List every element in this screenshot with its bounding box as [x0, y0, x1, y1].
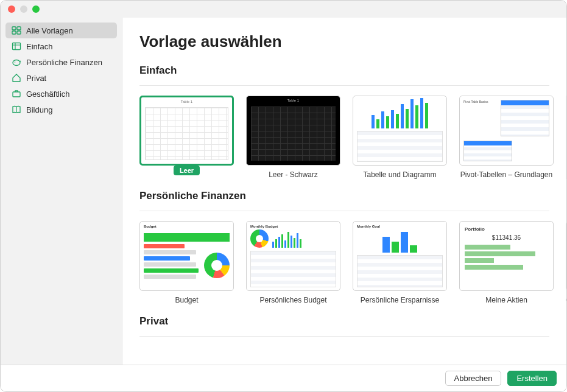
create-button[interactable]: Erstellen — [507, 371, 557, 386]
minimize-window-button[interactable] — [20, 5, 27, 13]
template-row-einfach: Table 1 Leer Table 1 Leer - Schwarz — [139, 96, 549, 179]
template-label: Leer — [174, 166, 200, 175]
template-thumbnail: Pivot Table Basics — [459, 96, 554, 166]
template-thumbnail: Portfolio $11341.36 — [459, 221, 554, 291]
sidebar-item-label: Geschäftlich — [26, 89, 70, 99]
template-chooser-window: Alle Vorlagen Einfach Persönliche Finanz… — [1, 1, 566, 391]
template-label: Budget — [175, 296, 198, 304]
sidebar-item-label: Bildung — [26, 105, 52, 114]
sidebar-item-label: Persönliche Finanzen — [26, 58, 102, 67]
cancel-button[interactable]: Abbrechen — [445, 371, 502, 386]
template-row-finanzen: Budget Budget Month — [139, 221, 549, 304]
svg-rect-2 — [12, 31, 16, 34]
briefcase-icon — [12, 89, 21, 99]
template-thumbnail: Monthly Budget — [246, 221, 340, 291]
template-thumbnail: Shared Expenses — [566, 221, 566, 291]
titlebar — [1, 1, 566, 18]
template-label: Pivot-Tabellen – Grundlagen — [460, 170, 552, 179]
content-area[interactable]: Vorlage auswählen Einfach Table 1 Leer T… — [122, 18, 566, 365]
sidebar-item-personal-finance[interactable]: Persönliche Finanzen — [5, 54, 117, 70]
table-icon — [12, 41, 21, 51]
template-thumbnail: Budget — [139, 221, 234, 291]
sidebar-item-label: Alle Vorlagen — [26, 26, 73, 35]
divider — [139, 336, 549, 337]
sidebar-item-label: Einfach — [26, 42, 52, 51]
svg-rect-9 — [13, 92, 20, 97]
template-label: Meine Aktien — [485, 296, 527, 304]
grid-icon — [12, 26, 21, 35]
divider — [139, 85, 549, 86]
template-leer-schwarz[interactable]: Table 1 Leer - Schwarz — [246, 96, 340, 179]
sidebar-item-business[interactable]: Geschäftlich — [5, 86, 117, 102]
svg-rect-1 — [17, 27, 21, 30]
svg-rect-4 — [13, 43, 21, 50]
page-title: Vorlage auswählen — [139, 32, 549, 51]
svg-rect-3 — [17, 31, 21, 34]
template-persoenliches-budget[interactable]: Monthly Budget — [246, 221, 340, 304]
template-leer[interactable]: Table 1 Leer — [139, 96, 234, 179]
svg-rect-0 — [12, 27, 16, 30]
template-label: Leer - Schwarz — [269, 170, 318, 179]
piggy-icon — [12, 57, 21, 67]
template-budget[interactable]: Budget Budget — [139, 221, 234, 304]
template-meine-aktien[interactable]: Portfolio $11341.36 Meine Aktien — [459, 221, 554, 304]
sidebar-item-label: Privat — [26, 74, 46, 83]
template-peek[interactable] — [566, 96, 566, 179]
template-label: Gemeinsame Ausgaben — [566, 296, 566, 304]
svg-point-8 — [15, 61, 16, 63]
divider — [139, 211, 549, 211]
template-pivot-grundlagen[interactable]: Pivot Table Basics Pivot-Tabellen – Grun… — [459, 96, 554, 179]
body: Alle Vorlagen Einfach Persönliche Finanz… — [1, 18, 566, 365]
section-title-finanzen: Persönliche Finanzen — [139, 190, 549, 202]
house-icon — [12, 73, 21, 83]
sidebar-item-personal[interactable]: Privat — [5, 70, 117, 86]
sidebar-item-education[interactable]: Bildung — [5, 102, 117, 117]
sidebar-item-basic[interactable]: Einfach — [5, 38, 117, 54]
template-tabelle-diagramm[interactable]: Tabelle und Diagramm — [353, 96, 447, 179]
template-label: Tabelle und Diagramm — [363, 170, 436, 179]
template-ersparnisse[interactable]: Monthly Goal Persönliche Ersparnisse — [353, 221, 447, 304]
template-label: Persönliche Ersparnisse — [361, 296, 439, 304]
section-title-privat: Privat — [139, 315, 549, 327]
book-icon — [12, 105, 21, 114]
sidebar-item-all-templates[interactable]: Alle Vorlagen — [5, 23, 117, 38]
template-thumbnail: Table 1 — [246, 96, 340, 166]
template-thumbnail: Monthly Goal — [353, 221, 447, 291]
template-label: Persönliches Budget — [259, 296, 326, 304]
section-title-einfach: Einfach — [139, 65, 549, 77]
close-window-button[interactable] — [8, 5, 15, 13]
template-gemeinsame[interactable]: Shared Expenses Gemeinsame Ausgaben — [566, 221, 566, 304]
template-thumbnail: Table 1 — [139, 96, 234, 166]
zoom-window-button[interactable] — [32, 5, 40, 13]
template-thumbnail — [353, 96, 447, 166]
svg-point-7 — [13, 60, 20, 66]
sidebar: Alle Vorlagen Einfach Persönliche Finanz… — [1, 18, 122, 365]
footer: Abbrechen Erstellen — [1, 365, 566, 391]
